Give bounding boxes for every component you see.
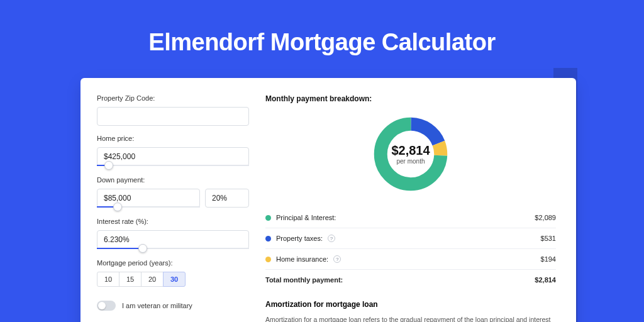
legend-label: Property taxes:: [276, 235, 323, 242]
period-option-20[interactable]: 20: [141, 272, 164, 287]
legend-total-row: Total monthly payment:$2,814: [265, 270, 556, 290]
info-icon[interactable]: ?: [333, 255, 341, 263]
amortization-title: Amortization for mortgage loan: [265, 300, 556, 309]
slider-thumb[interactable]: [138, 244, 147, 253]
slider-fill: [97, 248, 143, 249]
period-label: Mortgage period (years):: [97, 259, 249, 267]
rate-slider[interactable]: [97, 248, 249, 250]
period-option-15[interactable]: 15: [119, 272, 142, 287]
zip-input[interactable]: [97, 107, 249, 126]
legend-row: Property taxes:?$531: [265, 228, 556, 249]
inputs-panel: Property Zip Code: Home price: Down paym…: [97, 94, 249, 322]
amortization-section: Amortization for mortgage loan Amortizat…: [265, 300, 556, 322]
calculator-card: Property Zip Code: Home price: Down paym…: [80, 78, 576, 322]
zip-field: Property Zip Code:: [97, 94, 249, 126]
breakdown-panel: Monthly payment breakdown: $2,814 per mo…: [265, 94, 556, 322]
legend-value: $194: [541, 255, 556, 263]
donut-center-label: per month: [391, 158, 430, 165]
price-slider[interactable]: [97, 165, 249, 167]
price-label: Home price:: [97, 135, 249, 142]
legend-label: Home insurance:: [276, 255, 328, 263]
page-title: Elmendorf Mortgage Calculator: [0, 29, 644, 56]
total-value: $2,814: [535, 276, 556, 284]
price-input[interactable]: [97, 147, 249, 166]
legend-row: Home insurance:?$194: [265, 249, 556, 270]
down-amount-input[interactable]: [97, 189, 200, 208]
period-option-30[interactable]: 30: [163, 272, 186, 287]
price-field: Home price:: [97, 135, 249, 167]
veteran-row: I am veteran or military: [97, 301, 249, 311]
hero: Elmendorf Mortgage Calculator: [0, 0, 644, 56]
legend-dot-icon: [265, 236, 271, 242]
slider-thumb[interactable]: [104, 161, 113, 170]
donut-chart: $2,814 per month: [265, 107, 556, 201]
legend-label: Principal & Interest:: [276, 214, 336, 221]
breakdown-title: Monthly payment breakdown:: [265, 94, 556, 103]
rate-input[interactable]: [97, 230, 249, 249]
slider-thumb[interactable]: [113, 203, 122, 211]
period-field: Mortgage period (years): 10152030: [97, 259, 249, 287]
amortization-body: Amortization for a mortgage loan refers …: [265, 315, 556, 322]
donut-center: $2,814 per month: [391, 143, 430, 165]
zip-label: Property Zip Code:: [97, 94, 249, 102]
period-segmented: 10152030: [97, 272, 249, 287]
legend-row: Principal & Interest:$2,089: [265, 208, 556, 228]
rate-label: Interest rate (%):: [97, 218, 249, 225]
period-option-10[interactable]: 10: [97, 272, 119, 287]
down-pct-input[interactable]: [205, 189, 249, 208]
slider-track: [97, 165, 249, 166]
down-label: Down payment:: [97, 176, 249, 184]
legend-dot-icon: [265, 257, 271, 262]
total-label: Total monthly payment:: [265, 276, 343, 284]
legend-value: $2,089: [535, 214, 556, 221]
rate-field: Interest rate (%):: [97, 218, 249, 250]
veteran-toggle[interactable]: [97, 301, 116, 311]
down-field: Down payment:: [97, 176, 249, 209]
legend: Principal & Interest:$2,089Property taxe…: [265, 208, 556, 290]
donut-center-value: $2,814: [391, 143, 430, 158]
info-icon[interactable]: ?: [328, 235, 335, 242]
legend-dot-icon: [265, 215, 271, 221]
legend-value: $531: [541, 235, 556, 242]
down-slider[interactable]: [97, 206, 200, 209]
veteran-label: I am veteran or military: [122, 302, 192, 309]
